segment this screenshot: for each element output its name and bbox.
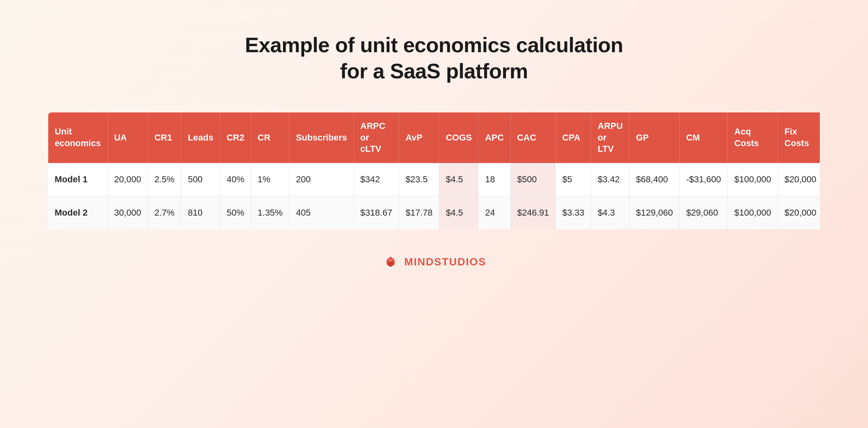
table-header-row: Unit economicsUACR1LeadsCR2CRSubscribers… [48,112,820,163]
table-cell: $100,000 [728,196,778,229]
col-header-arpu-or-ltv: ARPU or LTV [591,112,629,163]
table-wrapper: Unit economicsUACR1LeadsCR2CRSubscribers… [48,112,820,229]
table-cell: 2.5% [148,163,181,196]
col-header-cogs: COGS [439,112,479,163]
page-title: Example of unit economics calculation fo… [245,32,623,84]
table-cell: $20,000 [778,163,820,196]
table-cell: $20,000 [778,196,820,229]
col-header-cac: CAC [510,112,556,163]
col-header-cr1: CR1 [148,112,181,163]
col-header-acq-costs: Acq Costs [728,112,778,163]
table-cell: $4.3 [591,196,629,229]
row-model-name: Model 1 [48,163,107,196]
logo-text: MINDSTUDIOS [404,256,486,268]
table-cell: 40% [220,163,251,196]
col-header-unit-economics: Unit economics [48,112,107,163]
col-header-fix-costs: Fix Costs [778,112,820,163]
col-header-cm: CM [680,112,728,163]
col-header-apc: APC [479,112,510,163]
mindstudios-logo-icon [382,253,399,271]
table-cell: $4.5 [439,163,479,196]
table-cell: $100,000 [728,163,778,196]
table-cell: $3.33 [556,196,591,229]
table-cell: 405 [289,196,354,229]
table-cell: $4.5 [439,196,479,229]
table-cell: $23.5 [399,163,439,196]
table-cell: 200 [289,163,354,196]
table-cell: 50% [220,196,251,229]
table-cell: $129,060 [629,196,680,229]
col-header-ua: UA [107,112,147,163]
table-cell: 24 [479,196,510,229]
row-model-name: Model 2 [48,196,107,229]
col-header-cr2: CR2 [220,112,251,163]
table-cell: $29,060 [680,196,728,229]
col-header-subscribers: Subscribers [289,112,354,163]
table-cell: 18 [479,163,510,196]
col-header-avp: AvP [399,112,439,163]
table-cell: $342 [354,163,399,196]
table-cell: 810 [181,196,220,229]
table-cell: $246.91 [510,196,556,229]
table-row: Model 120,0002.5%50040%1%200$342$23.5$4.… [48,163,820,196]
table-cell: 30,000 [107,196,147,229]
table-body: Model 120,0002.5%50040%1%200$342$23.5$4.… [48,163,820,229]
col-header-cr: CR [251,112,289,163]
logo-area: MINDSTUDIOS [382,253,486,271]
table-cell: 2.7% [148,196,181,229]
table-cell: $68,400 [629,163,680,196]
table-cell: 500 [181,163,220,196]
table-cell: 20,000 [107,163,147,196]
table-cell: $3.42 [591,163,629,196]
economics-table: Unit economicsUACR1LeadsCR2CRSubscribers… [48,112,820,229]
col-header-gp: GP [629,112,680,163]
table-cell: $5 [556,163,591,196]
table-cell: $318.67 [354,196,399,229]
col-header-arpc-or-cltv: ARPC or cLTV [354,112,399,163]
table-cell: -$31,600 [680,163,728,196]
col-header-cpa: CPA [556,112,591,163]
table-cell: $500 [510,163,556,196]
table-cell: 1.35% [251,196,289,229]
col-header-leads: Leads [181,112,220,163]
table-row: Model 230,0002.7%81050%1.35%405$318.67$1… [48,196,820,229]
table-cell: 1% [251,163,289,196]
table-cell: $17.78 [399,196,439,229]
